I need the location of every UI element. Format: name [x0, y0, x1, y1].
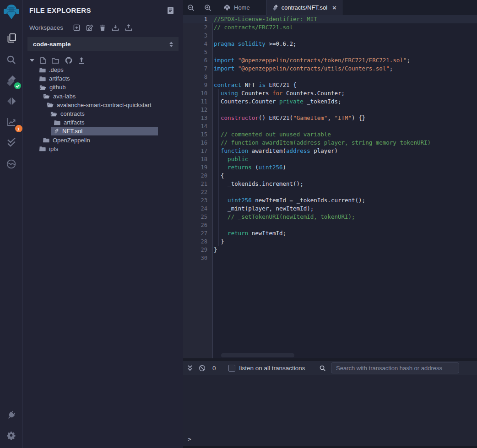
- code-line-27[interactable]: 27 return newItemId;: [183, 229, 477, 237]
- transaction-count: 0: [212, 365, 216, 372]
- zoom-in-icon[interactable]: [204, 4, 212, 12]
- code-line-6[interactable]: 6import "@openzeppelin/contracts/token/E…: [183, 56, 477, 65]
- tree-folder-avalanche-smart-contract-quickstart[interactable]: avalanche-smart-contract-quickstart: [23, 101, 183, 109]
- remix-ide-window: 1: [0, 0, 477, 448]
- workspace-select[interactable]: code-sample: [27, 37, 179, 51]
- code-line-23[interactable]: 23 uint256 newItemId = _tokenIds.current…: [183, 196, 477, 205]
- tree-folder-github[interactable]: github: [23, 83, 183, 92]
- search-icon[interactable]: [3, 51, 20, 68]
- code-line-13[interactable]: 13 constructor() ERC721("GameItem", "ITM…: [183, 114, 477, 122]
- analyzer-icon[interactable]: [3, 156, 20, 172]
- code-line-21[interactable]: 21 _tokenIds.increment();: [183, 180, 477, 188]
- terminal-panel: 0 listen on all transactions >: [183, 358, 477, 448]
- code-editor[interactable]: 1//SPDX-License-Identifier: MIT2// contr…: [183, 15, 477, 358]
- code-line-20[interactable]: 20 {: [183, 172, 477, 180]
- new-folder-icon[interactable]: [52, 58, 59, 64]
- plugin-manager-icon[interactable]: [3, 407, 20, 423]
- code-line-7[interactable]: 7import "@openzeppelin/contracts/utils/C…: [183, 65, 477, 73]
- listen-transactions-checkbox[interactable]: [228, 365, 235, 372]
- transaction-search-input[interactable]: [331, 362, 459, 373]
- code-line-28[interactable]: 28 }: [183, 237, 477, 246]
- upload-file-icon[interactable]: [78, 57, 85, 64]
- editor-area: Home contracts/NFT.sol × 1//SPDX-License…: [183, 0, 477, 448]
- code-line-25[interactable]: 25 // _setTokenURI(newItemId, tokenURI);: [183, 213, 477, 221]
- code-line-4[interactable]: 4pragma solidity >=0.6.2;: [183, 40, 477, 48]
- tree-folder-.deps[interactable]: .deps: [23, 65, 183, 74]
- github-clone-icon[interactable]: [65, 57, 72, 64]
- code-line-8[interactable]: 8: [183, 73, 477, 81]
- workspaces-label: Workspaces: [29, 24, 63, 31]
- unit-testing-icon[interactable]: [3, 134, 20, 151]
- code-line-29[interactable]: 29}: [183, 246, 477, 254]
- rename-workspace-icon[interactable]: [86, 24, 93, 31]
- clear-console-icon[interactable]: [199, 365, 206, 372]
- file-explorer-panel: FILE EXPLORERS Workspaces: [23, 0, 183, 448]
- code-line-22[interactable]: 22: [183, 188, 477, 196]
- zoom-out-icon[interactable]: [187, 4, 195, 12]
- code-line-3[interactable]: 3: [183, 32, 477, 40]
- code-line-2[interactable]: 2// contracts/ERC721.sol: [183, 23, 477, 32]
- listen-transactions-label: listen on all transactions: [239, 365, 305, 372]
- tree-file-NFT.sol[interactable]: NFT.sol: [23, 127, 183, 135]
- tree-folder-artifacts[interactable]: artifacts: [23, 74, 183, 83]
- code-line-15[interactable]: 15 // commented out unused variable: [183, 130, 477, 139]
- code-line-16[interactable]: 16 // function awardItem(address player,…: [183, 139, 477, 147]
- code-line-10[interactable]: 10 using Counters for Counters.Counter;: [183, 89, 477, 97]
- editor-horizontal-scrollbar[interactable]: [221, 353, 294, 357]
- workspace-name: code-sample: [33, 41, 71, 48]
- tab-file-label: contracts/NFT.sol: [282, 4, 327, 11]
- deploy-run-icon[interactable]: [3, 93, 20, 109]
- terminal-toolbar: 0 listen on all transactions: [183, 361, 477, 375]
- code-line-12[interactable]: 12: [183, 106, 477, 114]
- icon-sidebar: 1: [0, 0, 23, 448]
- code-line-30[interactable]: 30: [183, 254, 477, 262]
- remix-logo-icon[interactable]: [2, 2, 21, 22]
- select-arrows-icon: [169, 42, 173, 47]
- download-workspace-icon[interactable]: [112, 24, 119, 31]
- code-line-18[interactable]: 18 public: [183, 155, 477, 163]
- file-tree: .depsartifactsgithubava-labsavalanche-sm…: [23, 65, 183, 153]
- terminal-search-icon: [319, 365, 326, 372]
- remix-home-icon: [223, 4, 231, 11]
- tree-folder-ava-labs[interactable]: ava-labs: [23, 92, 183, 101]
- terminal-bottom-edge: [183, 446, 477, 448]
- tree-folder-artifacts[interactable]: artifacts: [23, 118, 183, 127]
- code-line-14[interactable]: 14: [183, 122, 477, 130]
- terminal-output[interactable]: >: [183, 375, 477, 446]
- code-line-5[interactable]: 5: [183, 48, 477, 56]
- tree-folder-ipfs[interactable]: ipfs: [23, 145, 183, 153]
- terminal-prompt: >: [188, 436, 191, 443]
- tree-collapse-caret-icon[interactable]: [30, 59, 34, 62]
- create-workspace-icon[interactable]: [73, 24, 80, 31]
- tree-folder-OpenZeppelin[interactable]: OpenZeppelin: [23, 136, 183, 145]
- code-line-11[interactable]: 11 Counters.Counter private _tokenIds;: [183, 97, 477, 106]
- tab-nft-sol[interactable]: contracts/NFT.sol ×: [266, 0, 342, 15]
- compile-success-badge: [14, 82, 21, 89]
- solidity-compiler-icon[interactable]: [3, 72, 20, 89]
- restore-workspace-icon[interactable]: [125, 24, 132, 31]
- file-explorer-icon[interactable]: [3, 30, 20, 46]
- panel-title: FILE EXPLORERS: [29, 6, 91, 14]
- tree-folder-contracts[interactable]: contracts: [23, 109, 183, 118]
- analytics-icon[interactable]: 1: [3, 113, 20, 130]
- delete-workspace-icon[interactable]: [99, 24, 106, 31]
- code-line-9[interactable]: 9contract NFT is ERC721 {: [183, 81, 477, 89]
- tab-home-label: Home: [234, 4, 250, 11]
- code-line-19[interactable]: 19 returns (uint256): [183, 163, 477, 172]
- tab-close-icon[interactable]: ×: [332, 4, 336, 11]
- new-file-icon[interactable]: [40, 57, 46, 64]
- tab-bar: Home contracts/NFT.sol ×: [183, 0, 477, 15]
- code-line-1[interactable]: 1//SPDX-License-Identifier: MIT: [183, 15, 477, 23]
- tab-home[interactable]: Home: [218, 0, 255, 15]
- code-line-17[interactable]: 17 function awardItem(address player): [183, 147, 477, 155]
- code-line-24[interactable]: 24 _mint(player, newItemId);: [183, 205, 477, 213]
- terminal-collapse-icon[interactable]: [187, 365, 193, 371]
- solidity-file-icon: [272, 4, 278, 11]
- analytics-count-badge: 1: [15, 125, 22, 132]
- code-line-26[interactable]: 26: [183, 221, 477, 229]
- settings-icon[interactable]: [3, 427, 20, 443]
- docs-book-icon[interactable]: [167, 7, 174, 14]
